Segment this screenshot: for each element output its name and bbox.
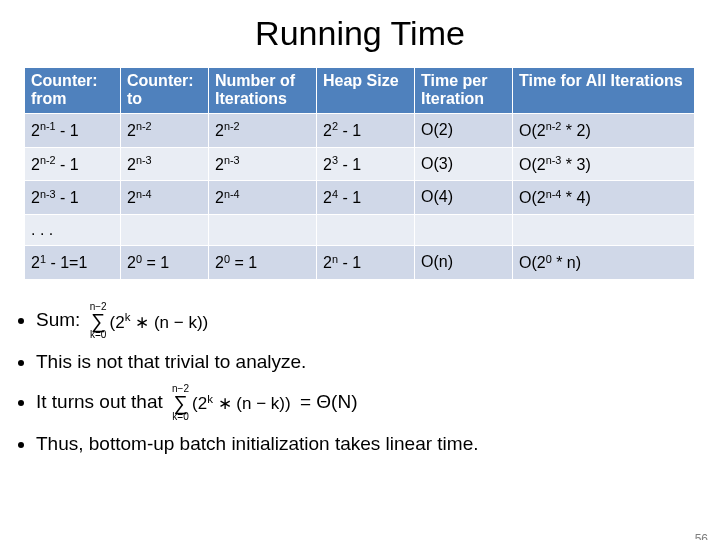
cell-iterations: 20 = 1 <box>209 246 317 280</box>
cell-counter-to: 2n-2 <box>121 113 209 147</box>
cell-counter-to: 20 = 1 <box>121 246 209 280</box>
cell-counter-from: 21 - 1=1 <box>25 246 121 280</box>
running-time-table: Counter: from Counter: to Number of Iter… <box>24 67 695 280</box>
table-row: 21 - 1=1 20 = 1 20 = 1 2n - 1 O(n) O(20 … <box>25 246 695 280</box>
cell-heap-size: 23 - 1 <box>317 147 415 181</box>
cell-time-all: O(20 * n) <box>513 246 695 280</box>
bullet-sum: Sum: n−2 ∑ k=0 (2k ∗ (n − k)) <box>36 302 720 340</box>
table-row-ellipsis: . . . <box>25 214 695 245</box>
cell-time-per: O(3) <box>415 147 513 181</box>
cell-time-per: O(2) <box>415 113 513 147</box>
page-number: 56 <box>695 532 708 540</box>
cell-time-all: O(2n-2 * 2) <box>513 113 695 147</box>
cell-time-per: O(4) <box>415 181 513 215</box>
cell-time-per: O(n) <box>415 246 513 280</box>
sum-expression-2: n−2 ∑ k=0 (2k ∗ (n − k)) <box>172 384 291 422</box>
col-header-heap-size: Heap Size <box>317 68 415 114</box>
slide-title: Running Time <box>0 14 720 53</box>
col-header-iterations: Number of Iterations <box>209 68 317 114</box>
cell-heap-size: 2n - 1 <box>317 246 415 280</box>
col-header-counter-to: Counter: to <box>121 68 209 114</box>
cell-iterations: 2n-4 <box>209 181 317 215</box>
col-header-time-all: Time for All Iterations <box>513 68 695 114</box>
cell-ellipsis: . . . <box>25 214 121 245</box>
cell-time-all: O(2n-4 * 4) <box>513 181 695 215</box>
sigma-icon: n−2 ∑ k=0 <box>90 302 107 340</box>
cell-heap-size: 24 - 1 <box>317 181 415 215</box>
cell-heap-size: 22 - 1 <box>317 113 415 147</box>
col-header-time-per: Time per Iteration <box>415 68 513 114</box>
cell-counter-from: 2n-1 - 1 <box>25 113 121 147</box>
bullet-list: Sum: n−2 ∑ k=0 (2k ∗ (n − k)) This is no… <box>36 302 720 456</box>
cell-counter-to: 2n-4 <box>121 181 209 215</box>
table-row: 2n-3 - 1 2n-4 2n-4 24 - 1 O(4) O(2n-4 * … <box>25 181 695 215</box>
sum-body: (2k ∗ (n − k)) <box>192 391 291 414</box>
bullet-sum-label: Sum: <box>36 309 86 330</box>
sum-expression: n−2 ∑ k=0 (2k ∗ (n − k)) <box>90 302 209 340</box>
col-header-counter-from: Counter: from <box>25 68 121 114</box>
cell-iterations: 2n-2 <box>209 113 317 147</box>
sigma-icon: n−2 ∑ k=0 <box>172 384 189 422</box>
cell-iterations: 2n-3 <box>209 147 317 181</box>
bullet-conclusion: Thus, bottom-up batch initialization tak… <box>36 432 720 456</box>
table-row: 2n-2 - 1 2n-3 2n-3 23 - 1 O(3) O(2n-3 * … <box>25 147 695 181</box>
bullet-turns-out: It turns out that n−2 ∑ k=0 (2k ∗ (n − k… <box>36 384 720 422</box>
cell-counter-from: 2n-3 - 1 <box>25 181 121 215</box>
bullet-not-trivial: This is not that trivial to analyze. <box>36 350 720 374</box>
cell-time-all: O(2n-3 * 3) <box>513 147 695 181</box>
cell-counter-from: 2n-2 - 1 <box>25 147 121 181</box>
table-header-row: Counter: from Counter: to Number of Iter… <box>25 68 695 114</box>
cell-counter-to: 2n-3 <box>121 147 209 181</box>
sum-body: (2k ∗ (n − k)) <box>110 310 209 333</box>
slide: Running Time Counter: from Counter: to N… <box>0 14 720 540</box>
table-row: 2n-1 - 1 2n-2 2n-2 22 - 1 O(2) O(2n-2 * … <box>25 113 695 147</box>
